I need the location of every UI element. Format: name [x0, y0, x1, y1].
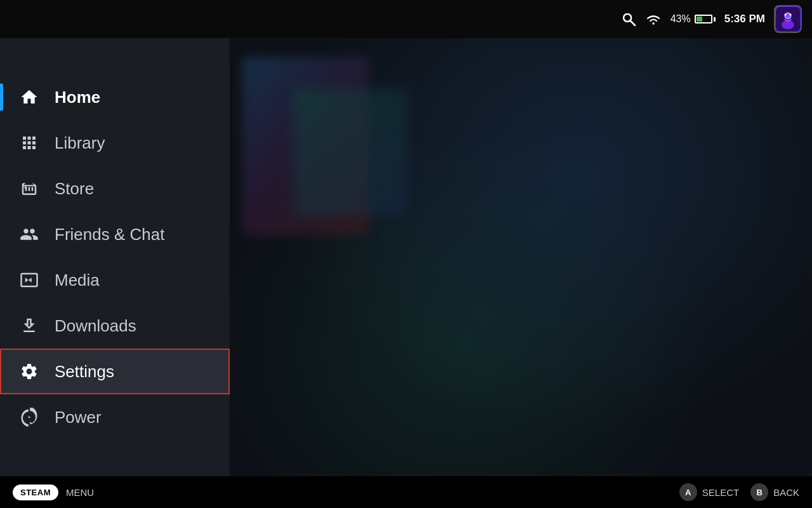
bottom-right-controls: A SELECT B BACK [679, 483, 799, 501]
clock: 5:36 PM [724, 13, 765, 25]
bottom-bar: STEAM MENU A SELECT B BACK [0, 476, 812, 508]
steam-button[interactable]: STEAM [13, 485, 58, 500]
menu-label: MENU [66, 487, 94, 498]
select-control: A SELECT [679, 483, 739, 501]
main-layout: Home Library Store Friends & Chat [0, 38, 812, 476]
sidebar-item-downloads[interactable]: Downloads [0, 303, 230, 349]
sidebar-item-friends-label: Friends & Chat [55, 225, 164, 244]
battery-percent-text: 43% [671, 13, 691, 25]
sidebar-item-store-label: Store [55, 179, 94, 199]
search-icon[interactable] [621, 11, 636, 27]
select-label: SELECT [702, 487, 739, 498]
battery-area: 43% [671, 13, 716, 25]
friends-icon [18, 223, 41, 246]
sidebar: Home Library Store Friends & Chat [0, 38, 230, 476]
svg-point-8 [790, 14, 792, 16]
b-button: B [750, 483, 768, 501]
sidebar-item-media-label: Media [55, 271, 100, 290]
sidebar-item-settings-label: Settings [55, 362, 114, 382]
a-button: A [679, 483, 697, 501]
sidebar-item-library-label: Library [55, 133, 105, 153]
settings-icon [18, 360, 41, 383]
store-icon [18, 177, 41, 200]
sidebar-item-friends[interactable]: Friends & Chat [0, 211, 230, 257]
sidebar-item-power-label: Power [55, 408, 102, 427]
downloads-icon [18, 314, 41, 337]
sidebar-item-library[interactable]: Library [0, 120, 230, 166]
top-bar: 43% 5:36 PM [0, 0, 812, 38]
library-icon [18, 131, 41, 154]
sidebar-item-power[interactable]: Power [0, 394, 230, 440]
svg-point-2 [652, 23, 654, 25]
home-icon [18, 86, 41, 109]
sidebar-item-home[interactable]: Home [0, 74, 230, 120]
sidebar-item-media[interactable]: Media [0, 257, 230, 303]
avatar[interactable] [774, 5, 802, 33]
media-icon [18, 269, 41, 291]
svg-point-5 [782, 20, 794, 29]
back-control: B BACK [750, 483, 799, 501]
sidebar-item-downloads-label: Downloads [55, 316, 136, 336]
content-area [230, 38, 812, 476]
back-label: BACK [773, 487, 799, 498]
game-thumbnail-blur-2 [293, 89, 407, 216]
power-icon [18, 406, 41, 429]
sidebar-item-store[interactable]: Store [0, 166, 230, 211]
svg-line-1 [631, 21, 635, 25]
wireless-icon [645, 12, 662, 26]
bottom-left-controls: STEAM MENU [13, 485, 94, 500]
sidebar-item-settings[interactable]: Settings [0, 349, 230, 394]
svg-point-7 [785, 14, 787, 16]
sidebar-item-home-label: Home [55, 88, 100, 107]
battery-icon [695, 15, 716, 23]
